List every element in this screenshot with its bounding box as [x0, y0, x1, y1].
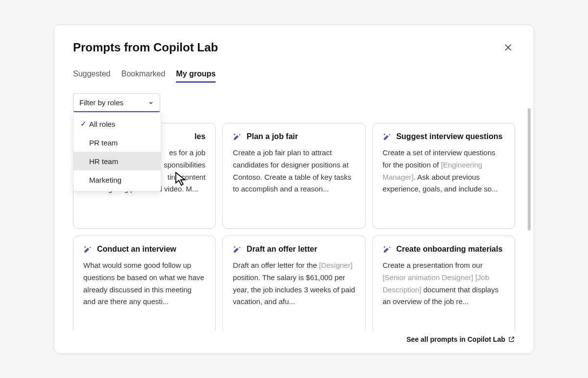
check-icon: ✓ — [80, 119, 89, 128]
dialog-header: Prompts from Copilot Lab — [73, 41, 515, 56]
role-option-hr-team[interactable]: HR team — [74, 152, 161, 170]
tab-suggested[interactable]: Suggested — [73, 70, 111, 83]
card-body: What would some good follow up questions… — [83, 260, 205, 308]
prompt-card[interactable]: Suggest interview questions Create a set… — [372, 123, 515, 229]
card-title: Suggest interview questions — [396, 132, 503, 141]
dialog-title: Prompts from Copilot Lab — [73, 41, 218, 54]
card-body: Create a job fair plan to attract candid… — [233, 147, 355, 195]
open-external-icon — [508, 336, 515, 343]
card-title: Plan a job fair — [246, 132, 298, 141]
prompt-card[interactable]: Create onboarding materials Create a pre… — [372, 236, 515, 331]
sparkle-pen-icon — [383, 132, 392, 141]
card-title: Create onboarding materials — [396, 245, 503, 254]
placeholder-token: [Designer] — [319, 261, 352, 269]
prompt-card[interactable]: Plan a job fair Create a job fair plan t… — [222, 123, 365, 229]
chevron-down-icon — [148, 100, 154, 106]
sparkle-pen-icon — [233, 132, 242, 141]
sparkle-pen-icon — [233, 245, 242, 254]
role-option-label: Marketing — [89, 176, 122, 184]
sparkle-pen-icon — [83, 245, 92, 254]
see-all-prompts-link[interactable]: See all prompts in Copilot Lab — [407, 335, 515, 343]
tabs: Suggested Bookmarked My groups — [73, 70, 515, 83]
card-body: Create a set of interview questions for … — [383, 147, 505, 195]
role-option-label: PR team — [89, 139, 118, 147]
roles-dropdown-menu: ✓ All roles PR team HR team Marketing — [73, 112, 161, 191]
card-body: Create a presentation from our [Senior a… — [383, 260, 505, 308]
role-option-label: All roles — [89, 120, 115, 128]
close-icon — [503, 43, 513, 52]
prompt-card[interactable]: Draft an offer letter Draft an offer let… — [222, 236, 365, 331]
role-option-marketing[interactable]: Marketing — [74, 170, 161, 189]
tab-my-groups[interactable]: My groups — [176, 70, 216, 83]
role-option-all-roles[interactable]: ✓ All roles — [74, 115, 161, 133]
close-button[interactable] — [501, 41, 515, 56]
sparkle-pen-icon — [383, 245, 392, 254]
role-option-pr-team[interactable]: PR team — [74, 133, 161, 152]
card-title: Draft an offer letter — [246, 245, 317, 254]
prompt-card[interactable]: Conduct an interview What would some goo… — [73, 236, 216, 331]
footer-link-text: See all prompts in Copilot Lab — [407, 335, 505, 343]
scrollbar[interactable] — [528, 108, 531, 231]
filter-label: Filter by roles — [79, 98, 123, 107]
tab-bookmarked[interactable]: Bookmarked — [122, 70, 166, 83]
role-option-label: HR team — [89, 157, 118, 165]
card-title: Conduct an interview — [97, 245, 176, 254]
card-body: Draft an offer letter for the [Designer]… — [233, 260, 355, 308]
filter-by-roles-dropdown[interactable]: Filter by roles — [73, 94, 160, 112]
copilot-lab-dialog: Prompts from Copilot Lab Suggested Bookm… — [54, 24, 534, 354]
filter-wrap: Filter by roles ✓ All roles PR team HR t… — [73, 94, 160, 112]
